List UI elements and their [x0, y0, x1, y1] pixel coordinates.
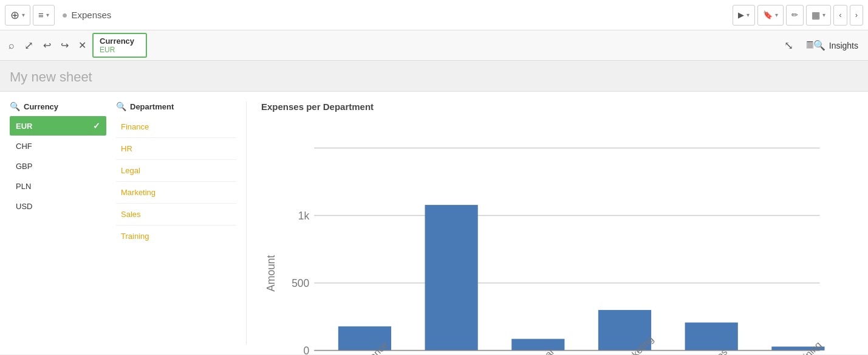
chip-label: Currency [100, 36, 140, 46]
smart-search-button[interactable]: ⌕ [5, 38, 18, 53]
currency-label: USD [16, 202, 32, 211]
bookmark-icon: 🔖 [763, 10, 773, 19]
svg-text:1k: 1k [298, 210, 310, 222]
insights-button[interactable]: 𝄜🔍 Insights [802, 37, 863, 53]
department-item-finance[interactable]: Finance [116, 116, 236, 138]
present-chevron: ▾ [747, 12, 750, 18]
currency-label: GBP [16, 162, 32, 171]
app-name-label: Expenses [71, 10, 111, 20]
currency-label: EUR [16, 122, 32, 131]
currency-item-gbp[interactable]: GBP [10, 157, 106, 176]
currency-panel: 🔍 Currency EUR✓CHFGBPPLNUSD [10, 102, 116, 345]
svg-text:Amount: Amount [265, 255, 277, 291]
department-label: Marketing [121, 188, 155, 197]
clear-icon: ✕ [78, 40, 86, 50]
lasso-icon: ⤢ [24, 40, 33, 52]
app-icon: ● [62, 10, 68, 21]
nav-menu-chevron: ▾ [46, 12, 49, 18]
department-label: HR [121, 144, 132, 153]
present-button[interactable]: ▶ ▾ [733, 5, 755, 26]
currency-item-pln[interactable]: PLN [10, 177, 106, 196]
department-panel: 🔍 Department FinanceHRLegalMarketingSale… [116, 102, 247, 345]
bar-legal[interactable] [511, 339, 564, 350]
app-menu-button[interactable]: ⊕ ▾ [5, 5, 30, 26]
check-icon: ✓ [93, 121, 100, 131]
chart-title: Expenses per Department [261, 102, 858, 112]
svg-text:500: 500 [292, 277, 309, 289]
undo-icon: ↩ [43, 40, 51, 50]
department-panel-header: 🔍 Department [116, 102, 236, 111]
currency-panel-title: Currency [24, 102, 58, 111]
department-item-legal[interactable]: Legal [116, 160, 236, 182]
app-title: ● Expenses [62, 10, 112, 21]
top-toolbar: ⊕ ▾ ≡ ▾ ● Expenses ▶ ▾ 🔖 ▾ ✏ ▦ ▾ ‹ [0, 0, 868, 30]
chart-type-chevron: ▾ [822, 12, 825, 18]
redo-icon: ↪ [61, 40, 69, 50]
currency-item-eur[interactable]: EUR✓ [10, 116, 106, 136]
filter-bar: ⌕ ⤢ ↩ ↪ ✕ Currency EUR ⤡ 𝄜🔍 Insights [0, 30, 868, 61]
chart-type-button[interactable]: ▦ ▾ [806, 5, 831, 26]
insights-label: Insights [829, 41, 858, 50]
department-label: Sales [121, 210, 141, 219]
compass-icon: ⊕ [10, 9, 19, 22]
department-item-hr[interactable]: HR [116, 138, 236, 160]
chart-container: Amount 0 500 1k [261, 118, 858, 355]
present-icon: ▶ [738, 10, 744, 19]
sheet-title: My new sheet [10, 69, 92, 84]
department-label: Training [121, 232, 149, 241]
department-label: Finance [121, 122, 149, 131]
pencil-icon: ✏ [791, 10, 798, 19]
sheet-title-area: My new sheet [0, 61, 868, 92]
currency-label: PLN [16, 182, 31, 191]
department-panel-title: Department [130, 102, 174, 111]
undo-button[interactable]: ↩ [39, 37, 55, 53]
main-content: 🔍 Currency EUR✓CHFGBPPLNUSD 🔍 Department… [0, 92, 868, 354]
nav-menu-button[interactable]: ≡ ▾ [33, 5, 55, 26]
chart-icon: ▦ [812, 10, 820, 21]
expenses-chart: Amount 0 500 1k [261, 118, 858, 355]
currency-list: EUR✓CHFGBPPLNUSD [10, 116, 106, 216]
forward-icon: › [855, 10, 858, 19]
department-search-icon: 🔍 [116, 102, 126, 111]
app-menu-chevron: ▾ [22, 12, 25, 18]
clear-button[interactable]: ✕ [75, 37, 90, 53]
fullscreen-button[interactable]: ⤡ [781, 36, 797, 55]
redo-button[interactable]: ↪ [57, 37, 72, 53]
bookmark-button[interactable]: 🔖 ▾ [757, 5, 784, 26]
currency-search-icon: 🔍 [10, 102, 20, 111]
bar-sales[interactable] [685, 323, 738, 351]
back-icon: ‹ [839, 10, 841, 19]
currency-filter-chip[interactable]: Currency EUR [92, 33, 147, 58]
chip-value: EUR [100, 46, 140, 54]
edit-button[interactable]: ✏ [786, 5, 804, 26]
currency-panel-header: 🔍 Currency [10, 102, 106, 111]
department-list: FinanceHRLegalMarketingSalesTraining [116, 116, 236, 247]
department-item-sales[interactable]: Sales [116, 204, 236, 226]
lasso-button[interactable]: ⤢ [21, 36, 37, 55]
toolbar-right: ▶ ▾ 🔖 ▾ ✏ ▦ ▾ ‹ › [733, 5, 863, 26]
currency-item-usd[interactable]: USD [10, 197, 106, 216]
bookmark-chevron: ▾ [775, 12, 778, 18]
insights-icon: 𝄜🔍 [807, 40, 825, 51]
nav-back-button[interactable]: ‹ [833, 5, 847, 26]
department-item-training[interactable]: Training [116, 226, 236, 247]
svg-text:0: 0 [304, 345, 310, 355]
bar-hr[interactable] [425, 205, 478, 350]
toolbar-left: ⊕ ▾ ≡ ▾ ● Expenses [5, 5, 111, 26]
filter-bar-left: ⌕ ⤢ ↩ ↪ ✕ Currency EUR [5, 30, 778, 60]
smart-search-icon: ⌕ [9, 40, 15, 50]
nav-forward-button[interactable]: › [850, 5, 863, 26]
currency-label: CHF [16, 142, 32, 151]
filter-bar-right: ⤡ 𝄜🔍 Insights [781, 30, 863, 60]
department-item-marketing[interactable]: Marketing [116, 182, 236, 204]
list-icon: ≡ [38, 10, 44, 20]
fullscreen-icon: ⤡ [784, 40, 793, 52]
currency-item-chf[interactable]: CHF [10, 137, 106, 156]
chart-area: Expenses per Department Amount 0 500 1k [247, 102, 858, 345]
department-label: Legal [121, 166, 140, 175]
